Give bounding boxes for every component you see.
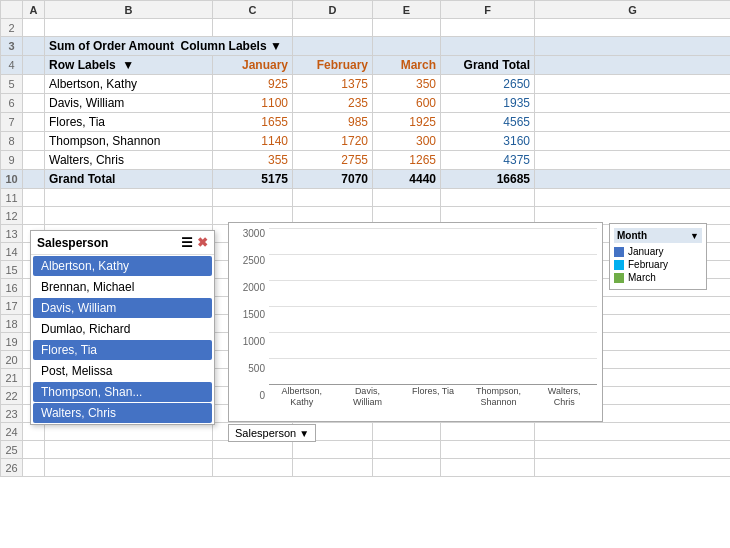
- walters-total: 4375: [441, 151, 535, 170]
- row-2-header: 2: [1, 19, 23, 37]
- pivot-title: Sum of Order Amount Column Labels ▼: [45, 37, 293, 56]
- filter-item-davis[interactable]: Davis, William: [33, 298, 212, 318]
- filter-item-dumlao[interactable]: Dumlao, Richard: [33, 319, 212, 339]
- row-8-header: 8: [1, 132, 23, 151]
- thompson-mar: 300: [373, 132, 441, 151]
- col-e-header: E: [373, 1, 441, 19]
- pivot-column-headers: 4 Row Labels ▼ January February March Gr…: [1, 56, 731, 75]
- grand-total-feb: 7070: [293, 170, 373, 189]
- gridlines: [269, 228, 597, 384]
- table-row: 3 Sum of Order Amount Column Labels ▼: [1, 37, 731, 56]
- legend-title-row[interactable]: Month ▼: [614, 228, 702, 243]
- y-label-2500: 2500: [243, 255, 265, 266]
- legend-label-march: March: [628, 272, 656, 283]
- table-row: 6 Davis, William 1100 235 600 1935: [1, 94, 731, 113]
- person-davis: Davis, William: [45, 94, 213, 113]
- walters-jan: 355: [213, 151, 293, 170]
- x-label-2: Flores, Tia: [400, 386, 466, 397]
- filter-funnel-icon: ▼: [299, 428, 309, 439]
- gridline-1500: [269, 306, 597, 307]
- chart-container: 3000 2500 2000 1500 1000 500 0: [228, 222, 603, 422]
- legend-label-january: January: [628, 246, 664, 257]
- x-label-4: Walters,Chris: [531, 386, 597, 408]
- y-label-1000: 1000: [243, 336, 265, 347]
- february-header: February: [293, 56, 373, 75]
- thompson-jan: 1140: [213, 132, 293, 151]
- davis-total: 1935: [441, 94, 535, 113]
- salesperson-btn-label: Salesperson: [235, 427, 296, 439]
- person-flores: Flores, Tia: [45, 113, 213, 132]
- gridline-0: [269, 384, 597, 385]
- flores-jan: 1655: [213, 113, 293, 132]
- table-row: 11: [1, 189, 731, 207]
- row-7-header: 7: [1, 113, 23, 132]
- davis-jan: 1100: [213, 94, 293, 113]
- legend-item-march: March: [614, 272, 702, 283]
- thompson-feb: 1720: [293, 132, 373, 151]
- legend-color-february: [614, 260, 624, 270]
- filter-item-flores[interactable]: Flores, Tia: [33, 340, 212, 360]
- x-labels: Albertson,KathyDavis,WilliamFlores, TiaT…: [269, 386, 597, 421]
- filter-item-brennan[interactable]: Brennan, Michael: [33, 277, 212, 297]
- corner-cell: [1, 1, 23, 19]
- grand-total-row: 10 Grand Total 5175 7070 4440 16685: [1, 170, 731, 189]
- row-6-header: 6: [1, 94, 23, 113]
- y-label-0: 0: [259, 390, 265, 401]
- chart-y-axis: 3000 2500 2000 1500 1000 500 0: [229, 223, 269, 421]
- legend-item-january: January: [614, 246, 702, 257]
- grand-total-header: Grand Total: [441, 56, 535, 75]
- albertson-feb: 1375: [293, 75, 373, 94]
- row-labels-header[interactable]: Row Labels ▼: [45, 56, 213, 75]
- table-row: 25: [1, 441, 731, 459]
- albertson-jan: 925: [213, 75, 293, 94]
- grand-total-all: 16685: [441, 170, 535, 189]
- filter-item-walters[interactable]: Walters, Chris: [33, 403, 212, 423]
- row-3-header: 3: [1, 37, 23, 56]
- legend-color-march: [614, 273, 624, 283]
- walters-feb: 2755: [293, 151, 373, 170]
- filter-title: Salesperson ☰ ✖: [31, 231, 214, 255]
- table-row: 5 Albertson, Kathy 925 1375 350 2650: [1, 75, 731, 94]
- table-row: 2: [1, 19, 731, 37]
- col-g-header: G: [535, 1, 731, 19]
- gridline-3000: [269, 228, 597, 229]
- y-label-500: 500: [248, 363, 265, 374]
- filter-item-thompson[interactable]: Thompson, Shan...: [33, 382, 212, 402]
- row-4-header: 4: [1, 56, 23, 75]
- legend-label-february: February: [628, 259, 668, 270]
- salesperson-filter-button[interactable]: Salesperson ▼: [228, 424, 316, 442]
- y-label-2000: 2000: [243, 282, 265, 293]
- x-label-1: Davis,William: [335, 386, 401, 408]
- grand-total-jan: 5175: [213, 170, 293, 189]
- y-label-1500: 1500: [243, 309, 265, 320]
- gridline-2000: [269, 280, 597, 281]
- flores-mar: 1925: [373, 113, 441, 132]
- gridline-2500: [269, 254, 597, 255]
- x-label-3: Thompson,Shannon: [466, 386, 532, 408]
- chart-legend: Month ▼ January February March: [609, 223, 707, 290]
- filter-item-post[interactable]: Post, Melissa: [33, 361, 212, 381]
- grand-total-mar: 4440: [373, 170, 441, 189]
- grand-total-label: Grand Total: [45, 170, 213, 189]
- filter-sort-icon[interactable]: ☰: [181, 235, 193, 250]
- col-header-row: A B C D E F G: [1, 1, 731, 19]
- table-row: 7 Flores, Tia 1655 985 1925 4565: [1, 113, 731, 132]
- x-label-0: Albertson,Kathy: [269, 386, 335, 408]
- y-label-3000: 3000: [243, 228, 265, 239]
- albertson-mar: 350: [373, 75, 441, 94]
- davis-feb: 235: [293, 94, 373, 113]
- col-b-header: B: [45, 1, 213, 19]
- january-header: January: [213, 56, 293, 75]
- filter-item-albertson[interactable]: Albertson, Kathy: [33, 256, 212, 276]
- legend-dropdown-arrow[interactable]: ▼: [690, 231, 699, 241]
- table-row: 26: [1, 459, 731, 477]
- filter-panel: Salesperson ☰ ✖ Albertson, Kathy Brennan…: [30, 230, 215, 425]
- filter-panel-title-label: Salesperson: [37, 236, 108, 250]
- march-header: March: [373, 56, 441, 75]
- bars-container: [269, 228, 597, 384]
- flores-total: 4565: [441, 113, 535, 132]
- gridline-500: [269, 358, 597, 359]
- legend-color-january: [614, 247, 624, 257]
- albertson-total: 2650: [441, 75, 535, 94]
- filter-clear-icon[interactable]: ✖: [197, 235, 208, 250]
